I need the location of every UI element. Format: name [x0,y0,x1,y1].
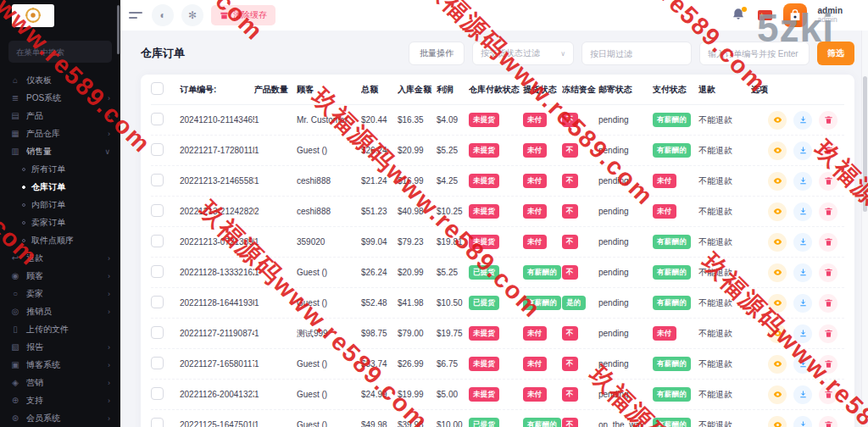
clear-cache-button[interactable]: 清除缓存 [211,5,275,25]
download-action-button[interactable] [793,233,812,252]
view-action-button[interactable] [768,263,787,282]
view-action-button[interactable] [768,141,787,160]
theme-toggle-button[interactable]: ◐ [152,4,174,26]
sidebar-item[interactable]: ○卖家› [0,285,120,302]
view-action-button[interactable] [768,172,787,191]
row-checkbox[interactable] [151,326,164,339]
refund-status: 不能退款 [698,206,751,218]
hamburger-menu-icon[interactable] [129,12,144,19]
row-checkbox[interactable] [151,174,164,186]
table-row: 20221217-172801181Guest ()$26.24$20.99$5… [151,136,844,166]
refund-status: 不能退款 [698,236,751,248]
view-action-button[interactable] [768,355,787,374]
app-logo[interactable] [12,4,54,27]
batch-actions-button[interactable]: 批量操作 [409,42,465,65]
view-action-button[interactable] [768,111,787,130]
delete-action-button[interactable] [819,202,837,221]
download-action-button[interactable] [793,294,812,313]
row-checkbox[interactable] [151,418,164,427]
sidebar-item[interactable]: ◉顾客› [0,267,120,285]
notifications-button[interactable] [732,8,747,23]
delete-action-button[interactable] [819,324,837,343]
row-checkbox[interactable] [151,265,164,278]
delete-action-button[interactable] [819,233,837,252]
view-action-button[interactable] [768,233,787,252]
row-checkbox[interactable] [151,143,164,156]
sidebar-item[interactable]: ⊕支持› [0,391,120,409]
vertical-scrollbar[interactable] [861,30,868,427]
download-action-button[interactable] [793,263,812,282]
download-action-button[interactable] [793,416,812,427]
row-checkbox[interactable] [151,357,164,369]
sidebar-subitem[interactable]: 取件点顺序 [0,231,120,249]
delivery-status-select[interactable]: 按交货状态过滤 ∨ [472,42,574,65]
sidebar-item[interactable]: ↩退款› [0,249,120,267]
delete-action-button[interactable] [819,263,837,282]
download-action-button[interactable] [793,385,812,404]
frozen-funds-badge: 不 [562,326,578,341]
marketing-icon: ◈ [10,378,20,387]
stock-amount: $79.23 [398,237,437,247]
sidebar-item[interactable]: ◈营销› [0,374,120,391]
pickup-status-badge: 有薪酬的 [523,296,561,310]
view-action-button[interactable] [768,385,787,404]
salesman-icon: ◎ [10,307,20,316]
sidebar-item[interactable]: ≣POS系统› [0,89,120,107]
delete-action-button[interactable] [819,141,837,160]
sidebar-item[interactable]: ⊛会员系统› [0,409,120,427]
filter-button[interactable]: 筛选 [817,42,854,65]
settings-button[interactable]: ✻ [181,4,203,26]
delete-action-button[interactable] [819,416,837,427]
topbar: ◐ ✻ 清除缓存 ★ admin admin [120,0,868,30]
delete-action-button[interactable] [819,111,837,130]
sidebar-subitem[interactable]: 仓库订单 [0,178,120,196]
select-all-checkbox[interactable] [151,82,164,95]
sidebar-item-label: 博客系统 [26,359,60,371]
row-checkbox[interactable] [151,296,164,308]
download-action-button[interactable] [793,355,812,374]
warehouse-pay-status-badge: 未提货 [469,204,499,219]
sidebar-item[interactable]: ▥销售量∨ [0,142,120,160]
view-action-button[interactable] [768,202,787,221]
user-info[interactable]: admin admin [818,6,843,24]
warehouse-pay-status-badge: 已提货 [469,296,499,310]
view-action-button[interactable] [768,294,787,313]
delete-action-button[interactable] [819,172,837,191]
download-action-button[interactable] [793,324,812,343]
sidebar-item[interactable]: ⌂仪表板 [0,71,120,89]
sidebar-subitem[interactable]: 所有订单 [0,160,120,178]
theme-icon: ◐ [159,9,165,21]
download-action-button[interactable] [793,172,812,191]
menu-search-input[interactable] [8,41,112,63]
delete-icon [824,390,833,399]
sidebar-item[interactable]: ▣博客系统› [0,356,120,374]
sidebar-subitem[interactable]: 卖家订单 [0,214,120,231]
language-flag-button[interactable]: ★ [758,10,772,20]
customer-name: Guest () [297,298,361,308]
order-number-input[interactable] [699,42,810,65]
delete-action-button[interactable] [819,385,837,404]
row-checkbox[interactable] [151,387,164,400]
sidebar-item[interactable]: ◎推销员› [0,302,120,320]
warehouse-pay-status-badge: 未提货 [469,174,499,188]
user-avatar[interactable] [783,3,807,27]
download-action-button[interactable] [793,141,812,160]
row-checkbox[interactable] [151,204,164,217]
sidebar-item[interactable]: ▧报告› [0,338,120,356]
date-filter-input[interactable] [581,42,692,65]
row-checkbox[interactable] [151,113,164,125]
scrollbar-thumb[interactable] [863,76,867,212]
download-action-button[interactable] [793,111,812,130]
delete-action-button[interactable] [819,355,837,374]
sidebar-scrollbar[interactable] [117,5,120,54]
mail-status: pending [598,268,653,277]
download-action-button[interactable] [793,202,812,221]
sidebar-item[interactable]: ▤产品› [0,107,120,125]
view-action-button[interactable] [768,416,787,427]
view-action-button[interactable] [768,324,787,343]
sidebar-subitem[interactable]: 内部订单 [0,196,120,214]
sidebar-item[interactable]: ▦产品仓库› [0,125,120,142]
sidebar-item[interactable]: ▯上传的文件 [0,320,120,338]
delete-action-button[interactable] [819,294,837,313]
row-checkbox[interactable] [151,235,164,247]
